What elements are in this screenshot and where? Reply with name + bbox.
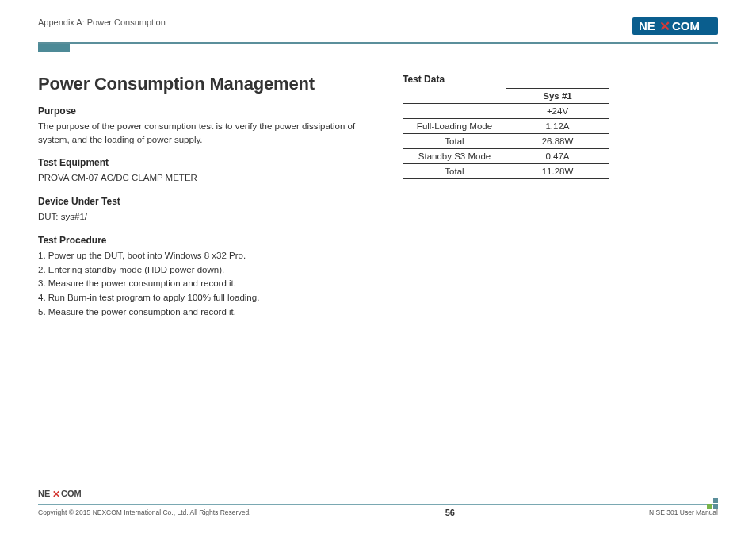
procedure-step: 3. Measure the power consumption and rec… <box>38 277 379 291</box>
procedure-step: 4. Run Burn-in test program to apply 100… <box>38 291 379 305</box>
equipment-heading: Test Equipment <box>38 157 379 168</box>
section-tab <box>38 44 70 52</box>
svg-rect-8 <box>707 504 712 509</box>
voltage-cell: +24V <box>506 104 609 119</box>
row-label: Total <box>403 164 506 179</box>
procedure-step: 2. Entering standby mode (HDD power down… <box>38 263 379 278</box>
table-row: Total 26.88W <box>403 134 609 149</box>
footer-decoration-icon <box>704 497 720 512</box>
table-row: Standby S3 Mode 0.47A <box>403 149 609 164</box>
testdata-heading: Test Data <box>403 74 718 85</box>
svg-text:✕: ✕ <box>52 489 60 499</box>
brand-logo-footer: NE ✕ COM <box>38 488 718 504</box>
procedure-step: 5. Measure the power consumption and rec… <box>38 305 379 320</box>
purpose-text: The purpose of the power consumption tes… <box>38 120 379 146</box>
copyright-text: Copyright © 2015 NEXCOM International Co… <box>38 508 250 516</box>
svg-text:COM: COM <box>672 19 700 33</box>
page-number: 56 <box>445 508 455 517</box>
procedure-steps: 1. Power up the DUT, boot into Windows 8… <box>38 249 379 320</box>
equipment-text: PROVA CM-07 AC/DC CLAMP METER <box>38 171 379 185</box>
brand-logo-top: NE ✕ COM <box>632 17 718 38</box>
svg-text:COM: COM <box>61 489 82 498</box>
procedure-step: 1. Power up the DUT, boot into Windows 8… <box>38 249 379 263</box>
purpose-heading: Purpose <box>38 105 379 117</box>
table-row: Total 11.28W <box>403 164 609 179</box>
appendix-header: Appendix A: Power Consumption <box>38 17 166 27</box>
table-row: Sys #1 <box>403 89 609 104</box>
page-title: Power Consumption Management <box>38 74 379 94</box>
dut-heading: Device Under Test <box>38 196 379 207</box>
row-label: Full-Loading Mode <box>403 119 506 134</box>
row-value: 11.28W <box>506 164 609 179</box>
testdata-table: Sys #1 +24V Full-Loading Mode 1.12A Tota… <box>403 88 609 179</box>
table-row: +24V <box>403 104 609 119</box>
row-value: 26.88W <box>506 134 609 149</box>
row-label: Standby S3 Mode <box>403 149 506 164</box>
svg-rect-7 <box>713 498 718 503</box>
row-value: 1.12A <box>506 119 609 134</box>
footer-rule <box>38 504 718 505</box>
row-value: 0.47A <box>506 149 609 164</box>
svg-text:NE: NE <box>639 19 655 33</box>
procedure-heading: Test Procedure <box>38 235 379 246</box>
header-rule <box>38 42 718 44</box>
row-label: Total <box>403 134 506 149</box>
svg-rect-9 <box>713 504 718 509</box>
dut-text: DUT: sys#1/ <box>38 210 379 224</box>
sys-header: Sys #1 <box>506 89 609 104</box>
table-row: Full-Loading Mode 1.12A <box>403 119 609 134</box>
svg-text:NE: NE <box>38 489 50 498</box>
svg-text:✕: ✕ <box>659 19 670 34</box>
